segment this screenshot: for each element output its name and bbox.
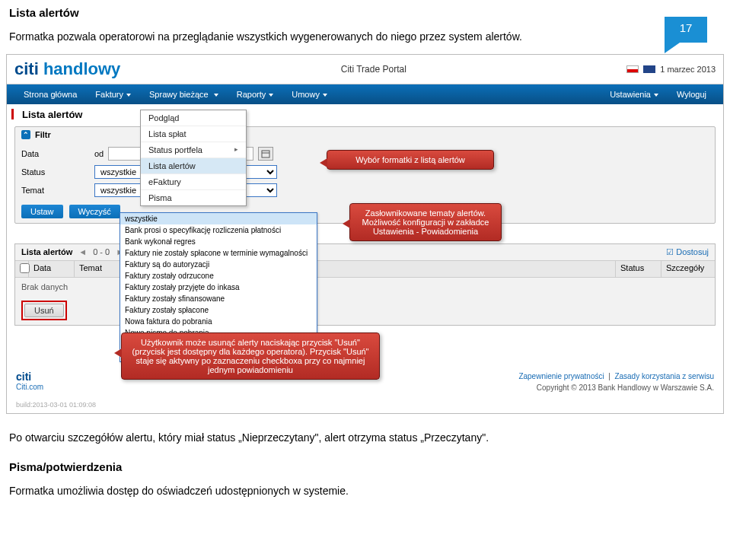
doc-heading-2: Pisma/potwierdzenia bbox=[0, 454, 730, 479]
page-number-badge: 17 bbox=[665, 17, 707, 53]
citi-logo: citi handlowy bbox=[14, 59, 120, 79]
page-title: Lista alertów bbox=[14, 109, 716, 120]
combo-option[interactable]: Nowa faktura do pobrania bbox=[120, 316, 317, 327]
callout-wybor: Wybór formatki z listą alertów bbox=[327, 150, 494, 170]
page-number: 17 bbox=[665, 21, 707, 34]
combo-option[interactable]: Faktury zostały przyjęte do inkasa bbox=[120, 282, 317, 293]
doc-after-shot: Po otwarciu szczegółów alertu, który mia… bbox=[0, 426, 730, 455]
portal-title: Citi Trade Portal bbox=[120, 64, 626, 75]
app-screenshot: citi handlowy Citi Trade Portal 1 marzec… bbox=[6, 54, 724, 414]
app-header: citi handlowy Citi Trade Portal 1 marzec… bbox=[7, 55, 723, 84]
calendar-icon bbox=[261, 149, 270, 158]
label-temat: Temat bbox=[21, 186, 90, 195]
build-info: build:2013-03-01 01:09:08 bbox=[7, 401, 723, 413]
header-right: 1 marzec 2013 bbox=[626, 65, 716, 74]
drop-lista-alertow[interactable]: Lista alertów bbox=[141, 158, 246, 174]
drop-pisma[interactable]: Pisma bbox=[141, 190, 246, 205]
pager-range: 0 - 0 bbox=[93, 247, 110, 256]
footer-citicom-link[interactable]: Citi.com bbox=[16, 383, 43, 391]
drop-podglad[interactable]: Podgląd bbox=[141, 110, 246, 126]
flag-pl-icon[interactable] bbox=[626, 65, 639, 73]
footer-citi-logo: citi bbox=[16, 371, 43, 383]
label-od: od bbox=[94, 149, 104, 158]
combo-option[interactable]: Faktury zostały odrzucone bbox=[120, 270, 317, 282]
combo-option[interactable]: Faktury są do autoryzacji bbox=[120, 259, 317, 270]
col-status[interactable]: Status bbox=[616, 261, 661, 277]
nav-bar: Strona główna Faktury Sprawy bieżące Pod… bbox=[7, 84, 723, 104]
footer-terms-link[interactable]: Zasady korzystania z serwisu bbox=[614, 372, 714, 380]
ustaw-button[interactable]: Ustaw bbox=[21, 205, 63, 218]
combo-option[interactable]: wszystkie bbox=[120, 213, 317, 224]
drop-lista-splat[interactable]: Lista spłat bbox=[141, 126, 246, 142]
doc-after-shot-2: Formatka umożliwia dostęp do oświadczeń … bbox=[0, 479, 730, 508]
footer-copyright: Copyright © 2013 Bank Handlowy w Warszaw… bbox=[537, 383, 714, 392]
doc-intro: Formatka pozwala operatorowi na przegląd… bbox=[0, 25, 730, 54]
col-szczegoly[interactable]: Szczegóły bbox=[661, 261, 715, 277]
dropdown-sprawy: Podgląd Lista spłat Status portfela List… bbox=[140, 110, 247, 206]
nav-raporty[interactable]: Raporty bbox=[228, 90, 283, 99]
label-status: Status bbox=[21, 167, 90, 177]
callout-tematy: Zasłownikowane tematy alertów. Możliwość… bbox=[349, 203, 502, 241]
svg-rect-2 bbox=[262, 151, 269, 158]
nav-wyloguj[interactable]: Wyloguj bbox=[668, 90, 716, 99]
col-data[interactable]: Data bbox=[29, 261, 75, 277]
nav-home[interactable]: Strona główna bbox=[14, 90, 86, 99]
drop-status-portfela[interactable]: Status portfela bbox=[141, 142, 246, 158]
callout-usun: Użytkownik może usunąć alerty naciskając… bbox=[121, 332, 380, 380]
combo-option[interactable]: Bank prosi o specyfikację rozliczenia pł… bbox=[120, 224, 317, 236]
list-title: Lista alertów bbox=[21, 247, 72, 256]
footer-privacy-link[interactable]: Zapewnienie prywatności bbox=[518, 372, 604, 380]
doc-heading: Lista alertów bbox=[0, 0, 730, 25]
pager-prev-icon[interactable]: ◄ bbox=[78, 247, 87, 256]
usun-highlight: Usuń bbox=[21, 301, 67, 320]
flag-en-icon[interactable] bbox=[643, 65, 655, 73]
page-marker-icon bbox=[11, 109, 14, 119]
usun-button[interactable]: Usuń bbox=[24, 304, 64, 317]
combo-option[interactable]: Faktury zostały spłacone bbox=[120, 304, 317, 316]
label-data: Data bbox=[21, 149, 90, 158]
calendar-to-button[interactable] bbox=[258, 147, 273, 161]
wyczysc-button[interactable]: Wyczyść bbox=[69, 205, 120, 218]
combo-option[interactable]: Faktury zostały sfinansowane bbox=[120, 293, 317, 304]
dostosuj-link[interactable]: ☑ Dostosuj bbox=[666, 247, 709, 257]
nav-ustawienia[interactable]: Ustawienia bbox=[601, 90, 668, 99]
drop-efaktury[interactable]: eFaktury bbox=[141, 174, 246, 190]
nav-sprawy[interactable]: Sprawy bieżące Podgląd Lista spłat Statu… bbox=[140, 90, 228, 99]
content: Lista alertów ⌃ Filtr Data od do bbox=[7, 104, 723, 363]
filter-header: ⌃ Filtr bbox=[15, 127, 715, 142]
nav-faktury[interactable]: Faktury bbox=[86, 90, 140, 99]
combo-option[interactable]: Faktury nie zostały spłacone w terminie … bbox=[120, 247, 317, 259]
header-date: 1 marzec 2013 bbox=[660, 65, 716, 74]
combo-option[interactable]: Bank wykonał regres bbox=[120, 236, 317, 247]
nav-umowy[interactable]: Umowy bbox=[282, 90, 336, 99]
collapse-icon[interactable]: ⌃ bbox=[21, 130, 30, 139]
